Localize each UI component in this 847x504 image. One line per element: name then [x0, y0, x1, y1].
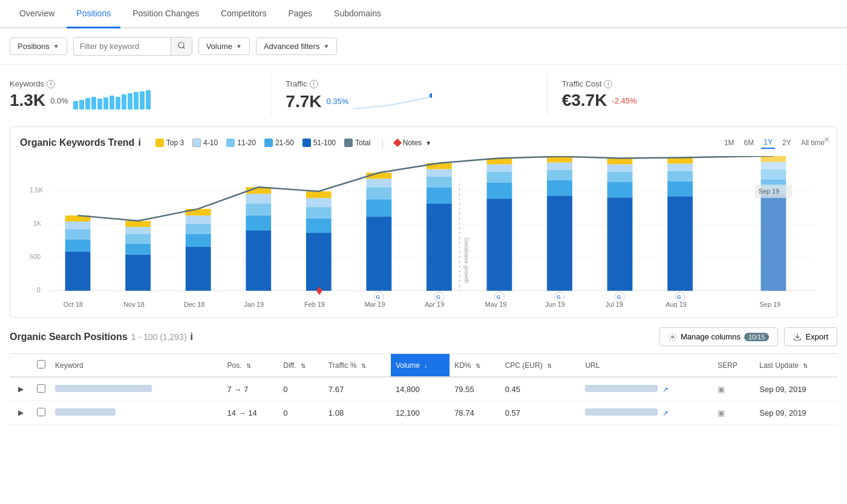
legend-51-100[interactable]: 51-100: [302, 139, 336, 147]
svg-rect-26: [246, 194, 271, 203]
th-diff[interactable]: Diff. ⇅: [278, 354, 324, 378]
pos-sort-icon: ⇅: [246, 362, 251, 369]
table-info-icon[interactable]: i: [191, 332, 193, 342]
row2-url-link-icon[interactable]: ↗: [662, 409, 669, 417]
traffic-sort-icon: ⇅: [361, 362, 366, 369]
row1-pos: 7 → 7: [223, 377, 279, 401]
legend-11-20[interactable]: 11-20: [226, 139, 256, 147]
svg-rect-17: [125, 221, 151, 227]
diff-sort-icon: ⇅: [301, 362, 306, 369]
row2-checkbox[interactable]: [37, 408, 45, 416]
legend-4-10[interactable]: 4-10: [192, 139, 218, 147]
th-pos[interactable]: Pos. ⇅: [223, 354, 279, 378]
positions-dropdown[interactable]: Positions ▼: [10, 38, 67, 55]
row2-volume: 12,100: [391, 401, 450, 425]
row1-checkbox[interactable]: [37, 384, 45, 393]
volume-arrow-icon: ▼: [236, 43, 242, 50]
export-button[interactable]: Export: [784, 327, 837, 346]
notes-button[interactable]: Notes ▼: [394, 139, 431, 147]
svg-rect-50: [487, 165, 512, 172]
svg-text:G: G: [436, 294, 440, 300]
bar-13: [146, 90, 151, 110]
time-2y[interactable]: 2Y: [780, 137, 794, 148]
url-blur-1: [585, 385, 658, 392]
time-1y[interactable]: 1Y: [761, 137, 775, 149]
volume-dropdown[interactable]: Volume ▼: [198, 38, 250, 55]
bar-4: [91, 97, 96, 110]
chart-info-icon[interactable]: i: [138, 137, 140, 148]
svg-rect-55: [547, 180, 572, 195]
legend-top3[interactable]: Top 3: [155, 139, 184, 147]
nav-tab-overview[interactable]: Overview: [10, 0, 64, 28]
advanced-filters-dropdown[interactable]: Advanced filters ▼: [256, 38, 337, 55]
advanced-filters-label: Advanced filters: [264, 42, 320, 51]
search-button[interactable]: [171, 38, 192, 55]
notes-diamond-icon: [393, 139, 402, 147]
bar-12: [140, 91, 145, 110]
chart-close-button[interactable]: ×: [824, 134, 829, 145]
nav-tab-subdomains[interactable]: Subdomains: [324, 0, 391, 28]
row1-expand-button[interactable]: ▶: [15, 384, 27, 394]
row1-keyword: [50, 377, 223, 401]
svg-text:0: 0: [37, 286, 41, 293]
svg-rect-54: [547, 195, 572, 290]
traffic-info-icon[interactable]: i: [310, 80, 318, 88]
svg-rect-13: [125, 255, 151, 291]
bar-10: [128, 93, 132, 110]
row2-pos: 14 → 14: [223, 401, 279, 425]
keyword-blur-2: [55, 408, 116, 416]
svg-rect-31: [306, 198, 332, 207]
th-cpc[interactable]: CPC (EUR) ⇅: [500, 354, 581, 378]
keywords-info-icon[interactable]: i: [47, 80, 55, 88]
svg-rect-62: [607, 182, 633, 197]
bar-oct18-51100: [65, 252, 91, 291]
th-kd[interactable]: KD% ⇅: [450, 354, 500, 378]
time-6m[interactable]: 6M: [742, 137, 757, 148]
svg-rect-64: [607, 165, 633, 172]
legend-11-20-dot: [226, 139, 235, 147]
bar-oct18-410: [65, 221, 91, 229]
traffic-sparkline: [353, 91, 432, 112]
nav-tab-pages[interactable]: Pages: [278, 0, 322, 28]
row2-serp-icon[interactable]: ▣: [718, 408, 725, 417]
select-all-checkbox[interactable]: [37, 360, 45, 368]
legend-21-50[interactable]: 21-50: [264, 139, 294, 147]
time-1m[interactable]: 1M: [722, 137, 737, 148]
row2-expand-button[interactable]: ▶: [15, 407, 27, 418]
svg-text:Jan 19: Jan 19: [244, 301, 264, 307]
th-volume[interactable]: Volume ↓: [391, 354, 450, 378]
th-last-update[interactable]: Last Update ⇅: [754, 354, 837, 378]
row1-diff: 0: [278, 377, 324, 401]
svg-rect-41: [427, 187, 452, 203]
nav-tab-competitors[interactable]: Competitors: [211, 0, 276, 28]
legend-51-100-dot: [302, 139, 311, 147]
svg-rect-23: [246, 231, 271, 291]
th-checkbox: [32, 354, 50, 378]
time-all[interactable]: All time: [799, 137, 827, 148]
legend-total[interactable]: Total: [344, 139, 370, 147]
row1-serp-icon[interactable]: ▣: [718, 385, 725, 394]
keyword-input[interactable]: [74, 38, 171, 54]
volume-label: Volume: [206, 42, 232, 51]
svg-text:May 19: May 19: [485, 301, 507, 307]
manage-columns-button[interactable]: Manage columns 10/15: [659, 327, 779, 346]
th-keyword[interactable]: Keyword: [50, 354, 223, 378]
row1-url-link-icon[interactable]: ↗: [662, 385, 669, 394]
svg-rect-21: [186, 215, 211, 224]
table-actions: Manage columns 10/15 Export: [659, 327, 837, 346]
nav-tab-positions[interactable]: Positions: [67, 0, 120, 28]
legend-21-50-dot: [264, 139, 273, 147]
notes-arrow-icon: ▼: [425, 140, 431, 146]
keywords-value: 1.3K: [10, 91, 45, 110]
keywords-sparkbar: [73, 91, 151, 110]
svg-rect-48: [487, 182, 512, 198]
filter-bar: Positions ▼ Volume ▼ Advanced filters ▼: [0, 28, 847, 65]
th-traffic-pct[interactable]: Traffic % ⇅: [324, 354, 391, 378]
row1-cpc: 0.45: [500, 377, 581, 401]
svg-rect-18: [186, 247, 211, 291]
traffic-cost-info-icon[interactable]: i: [604, 80, 612, 88]
table-header: Organic Search Positions 1 - 100 (1,293)…: [10, 327, 837, 346]
nav-tab-position-changes[interactable]: Position Changes: [123, 0, 209, 28]
bar-3: [85, 98, 90, 110]
svg-rect-24: [246, 215, 271, 231]
